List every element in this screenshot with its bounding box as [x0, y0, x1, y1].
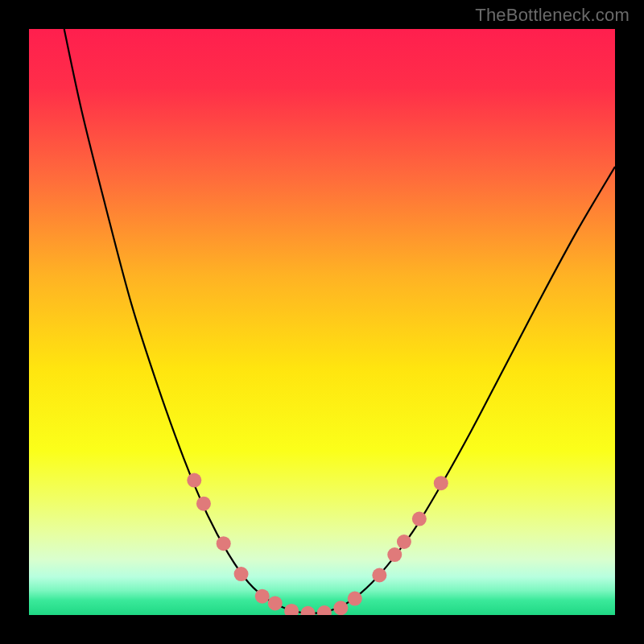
curve-marker — [348, 592, 362, 606]
curve-marker — [434, 476, 448, 490]
curve-marker — [196, 497, 211, 511]
curve-marker — [301, 606, 316, 615]
curve-marker — [397, 535, 411, 549]
bottleneck-curve — [29, 29, 615, 615]
curve-path — [64, 29, 615, 613]
curve-marker — [255, 589, 270, 604]
curve-marker — [387, 547, 402, 562]
curve-marker — [268, 596, 283, 610]
watermark-text: TheBottleneck.com — [475, 5, 630, 26]
curve-marker — [234, 567, 249, 581]
curve-markers — [187, 473, 448, 615]
curve-marker — [284, 604, 299, 615]
curve-marker — [333, 601, 348, 615]
curve-marker — [412, 512, 427, 526]
curve-marker — [317, 605, 332, 615]
curve-marker — [187, 473, 201, 488]
curve-marker — [372, 568, 386, 583]
curve-marker — [217, 536, 231, 551]
chart-frame — [29, 29, 615, 615]
